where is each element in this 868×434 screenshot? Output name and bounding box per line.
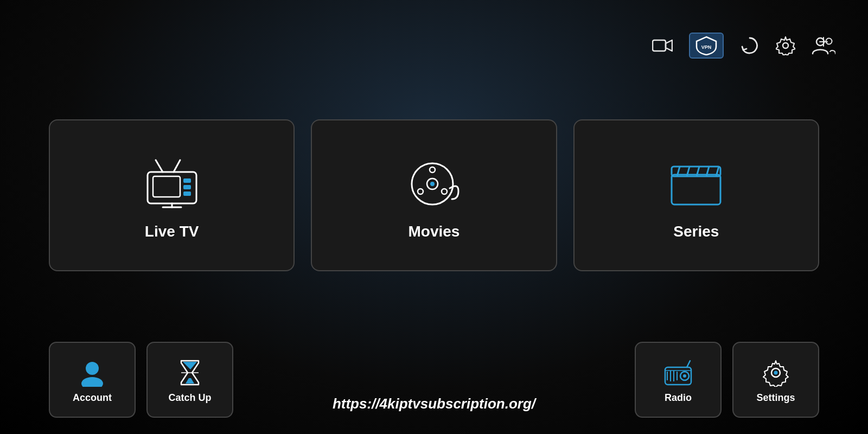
catch-up-label: Catch Up xyxy=(168,392,211,404)
svg-point-21 xyxy=(418,189,423,194)
svg-line-41 xyxy=(687,361,690,367)
svg-line-14 xyxy=(174,160,180,172)
website-url-container: https://4kiptvsubscription.org/ xyxy=(233,395,635,418)
series-icon xyxy=(663,156,729,210)
svg-point-44 xyxy=(774,371,778,374)
movies-card[interactable]: Movies xyxy=(311,119,557,271)
radio-card[interactable]: Radio xyxy=(635,342,722,418)
vpn-icon[interactable]: VPN xyxy=(689,33,724,59)
svg-point-3 xyxy=(783,43,788,48)
svg-point-20 xyxy=(442,189,447,194)
bottom-right-cards: Radio Settings xyxy=(635,342,819,418)
settings-gear-icon[interactable] xyxy=(776,36,795,55)
live-tv-label: Live TV xyxy=(145,223,199,240)
movies-icon xyxy=(404,156,464,210)
users-icon[interactable] xyxy=(812,36,835,55)
series-label: Series xyxy=(673,223,719,240)
svg-point-22 xyxy=(430,182,435,186)
svg-line-13 xyxy=(156,160,163,172)
movies-label: Movies xyxy=(409,223,460,240)
series-card[interactable]: Series xyxy=(573,119,819,271)
svg-rect-0 xyxy=(653,40,666,51)
account-label: Account xyxy=(73,392,112,404)
main-cards-grid: Live TV Movies xyxy=(49,119,819,271)
svg-rect-11 xyxy=(183,185,191,189)
svg-point-40 xyxy=(683,374,686,378)
svg-rect-10 xyxy=(183,178,191,183)
svg-point-32 xyxy=(81,377,103,387)
account-card[interactable]: Account xyxy=(49,342,136,418)
toolbar: VPN xyxy=(652,33,835,59)
svg-text:VPN: VPN xyxy=(701,44,712,50)
live-tv-card[interactable]: Live TV xyxy=(49,119,295,271)
video-camera-icon[interactable] xyxy=(652,38,673,53)
svg-rect-23 xyxy=(672,175,720,205)
live-tv-icon xyxy=(142,156,202,210)
svg-rect-12 xyxy=(183,192,191,196)
settings-card[interactable]: Settings xyxy=(732,342,819,418)
svg-rect-34 xyxy=(665,367,691,385)
svg-rect-9 xyxy=(153,176,180,197)
settings-icon xyxy=(761,359,791,387)
refresh-icon[interactable] xyxy=(740,36,760,55)
catch-up-icon xyxy=(176,359,204,387)
catch-up-card[interactable]: Catch Up xyxy=(146,342,233,418)
svg-point-31 xyxy=(86,362,99,375)
settings-label: Settings xyxy=(756,392,795,404)
bottom-row: Account Catch Up https://4kiptvsubscri xyxy=(0,342,868,418)
radio-icon xyxy=(663,359,693,387)
svg-point-19 xyxy=(430,167,435,173)
account-icon xyxy=(78,359,106,387)
bottom-left-cards: Account Catch Up xyxy=(49,342,233,418)
website-url: https://4kiptvsubscription.org/ xyxy=(333,395,535,412)
radio-label: Radio xyxy=(665,392,692,404)
svg-marker-1 xyxy=(666,40,672,51)
